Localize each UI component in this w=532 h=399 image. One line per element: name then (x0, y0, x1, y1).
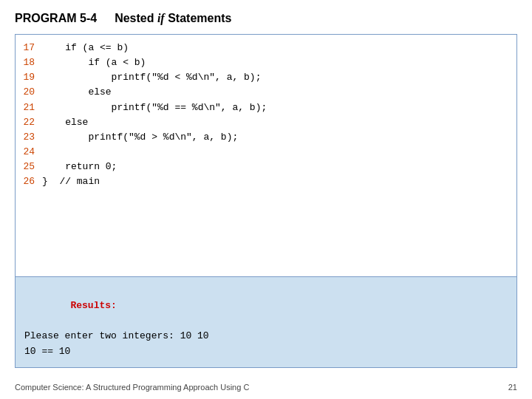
line-number: 20 (16, 85, 42, 100)
line-code: if (a <= b) (42, 41, 129, 55)
code-line: 23 printf("%d > %d\n", a, b); (16, 130, 516, 145)
line-code: if (a < b) (42, 55, 146, 70)
program-subtitle: Nested if Statements (115, 12, 231, 25)
line-number: 22 (16, 115, 42, 130)
line-number: 18 (16, 55, 42, 70)
results-line-1: Please enter two integers: 10 10 (24, 329, 508, 344)
line-number: 17 (16, 41, 42, 55)
code-section: 17 if (a <= b)18 if (a < b)19 printf("%d… (16, 35, 516, 276)
line-number: 21 (16, 100, 42, 115)
code-line: 22 else (16, 115, 516, 130)
line-code: else (42, 115, 88, 130)
line-number: 19 (16, 70, 42, 85)
results-section: Results: Please enter two integers: 10 1… (16, 276, 516, 367)
code-line: 24 (16, 145, 516, 160)
line-number: 26 (16, 174, 42, 189)
code-line: 26} // main (16, 174, 516, 189)
line-number: 23 (16, 130, 42, 145)
line-number: 25 (16, 160, 42, 174)
footer-right: 21 (508, 383, 517, 392)
line-code: } // main (42, 174, 100, 189)
code-line: 21 printf("%d == %d\n", a, b); (16, 100, 516, 115)
line-code: printf("%d < %d\n", a, b); (42, 70, 261, 85)
code-line: 20 else (16, 85, 516, 100)
code-line: 17 if (a <= b) (16, 41, 516, 55)
results-label: Results: (70, 300, 116, 311)
footer-left: Computer Science: A Structured Programmi… (15, 383, 249, 392)
results-label-line: Results: (24, 283, 508, 329)
code-line: 19 printf("%d < %d\n", a, b); (16, 70, 516, 85)
line-code: printf("%d == %d\n", a, b); (42, 100, 267, 115)
line-code: printf("%d > %d\n", a, b); (42, 130, 238, 145)
code-box: 17 if (a <= b)18 if (a < b)19 printf("%d… (15, 34, 517, 368)
code-line: 18 if (a < b) (16, 55, 516, 70)
line-code: return 0; (42, 160, 117, 174)
page-container: PROGRAM 5-4 Nested if Statements 17 if (… (0, 0, 532, 399)
results-line-2: 10 == 10 (24, 344, 508, 360)
line-code: else (42, 85, 112, 100)
header: PROGRAM 5-4 Nested if Statements (15, 12, 517, 25)
code-line: 25 return 0; (16, 160, 516, 174)
program-title: PROGRAM 5-4 (15, 12, 97, 25)
footer: Computer Science: A Structured Programmi… (15, 383, 517, 392)
line-number: 24 (16, 145, 42, 160)
